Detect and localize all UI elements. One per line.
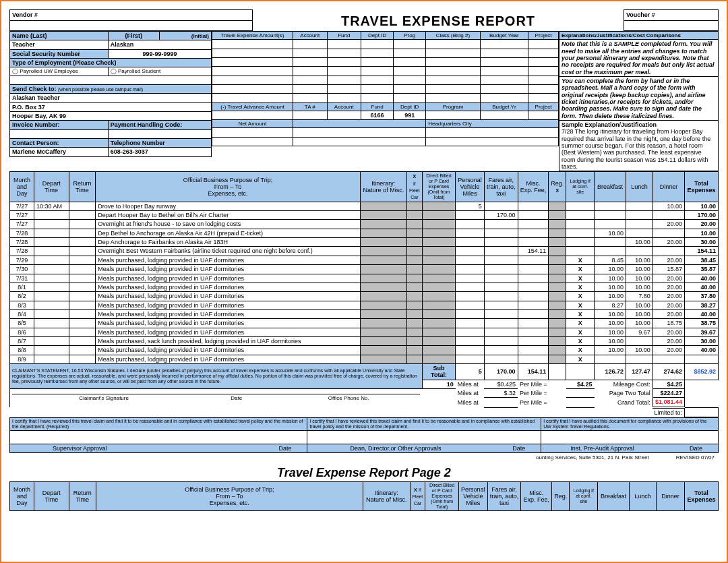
instructions-note: You can complete the form by hand or in … xyxy=(559,76,719,120)
hdr-reg: Reg. xyxy=(549,172,566,202)
send-line3: Hooper Bay, AK 99 xyxy=(10,111,212,120)
emp-opt-uw[interactable]: ◯ Payrolled UW Employee xyxy=(10,67,109,76)
st-breakfast: 126.72 xyxy=(595,363,626,380)
adv-fund: 6166 xyxy=(361,111,394,119)
st-misc: 154.11 xyxy=(518,363,549,380)
mileage-miles: 10 xyxy=(422,380,456,388)
expense-row: 7/28Dep Bethel to Anchorage on Alaska Ai… xyxy=(10,229,719,237)
col-account: Account xyxy=(293,32,328,40)
name-first: Alaskan xyxy=(108,40,211,49)
claimant-signature-label: Claimant's Signature xyxy=(12,394,195,403)
telephone-number: 608-263-3037 xyxy=(108,148,211,156)
expense-row: 7/28Dep Anchorage to Fairbanks on Alaska… xyxy=(10,238,719,247)
send-check-label: Send Check to: xyxy=(12,86,57,92)
hdr-total: Total Expenses xyxy=(684,172,718,202)
hdr-dinner: Dinner xyxy=(653,172,684,202)
rate-2: $.32 xyxy=(484,388,518,397)
hdr-month-day: Month and Day xyxy=(10,172,34,202)
ssn-value: 999-99-9999 xyxy=(108,49,211,58)
send-line1: Alaskan Teacher xyxy=(10,94,212,102)
sig-dean-label: Dean, Director,or Other Approvals xyxy=(309,445,441,452)
col-budget-yr: Budget Yr xyxy=(480,102,528,111)
subtotal-label: Sub Total: xyxy=(422,363,456,380)
mileage-cost: $4.25 xyxy=(653,380,684,388)
expense-row: 7/28Overnight Best Western Fairbanks (ai… xyxy=(10,247,719,256)
sample-explanation-label: Sample Explanation/Justification xyxy=(562,121,657,128)
claimant-date-label: Date xyxy=(195,394,277,403)
page-two-total-label: Page Two Total xyxy=(595,388,653,397)
telephone-label: Telephone Number xyxy=(108,138,211,147)
expense-row: 7/27Depart Hooper Bay to Bethel on Bill'… xyxy=(10,211,719,220)
sample-note: Note that this is a SAMPLE completed for… xyxy=(559,40,719,77)
expense-row: 8/7Meals purchased, sack lunch provided,… xyxy=(10,336,719,345)
office-phone-label: Office Phone No. xyxy=(277,394,420,403)
vendor-number: Vendor # xyxy=(10,10,253,21)
expense-row: 8/5Meals purchased, lodging provided in … xyxy=(10,319,719,328)
footer-address: ounting Services, Suite 5301, 21 N. Park… xyxy=(536,454,649,461)
ssn-label: Social Security Number xyxy=(10,49,109,58)
hdr-lodging: Lodging if at conf. site xyxy=(566,172,595,202)
exp-amount-label: Travel Expense Amount(s) xyxy=(212,32,293,40)
per-mile-label: Per Mile = xyxy=(518,380,566,388)
name-initial-label: (Initial) xyxy=(159,32,211,40)
col-project: Project xyxy=(528,32,559,40)
footer-revised: REVISED 07/07 xyxy=(676,454,715,461)
expense-row: 8/4Meals purchased, lodging provided in … xyxy=(10,309,719,318)
sig-supervisor-label: Supervisor Approval xyxy=(12,445,107,452)
col-prog: Prog xyxy=(394,32,426,40)
expense-row: 7/30Meals purchased, lodging provided in… xyxy=(10,265,719,274)
expense-grid: Month and Day Depart Time Return Time Of… xyxy=(9,171,719,417)
claimant-statement: CLAIMANT'S STATEMENT, 16.53 Wisconsin St… xyxy=(10,363,423,388)
send-line2: P.O. Box 37 xyxy=(10,102,212,111)
employment-type-label: Type of Employment (Please Check) xyxy=(10,59,212,67)
st-dinner: 274.62 xyxy=(653,363,684,380)
cert-supervisor: I certify that I have reviewed this trav… xyxy=(10,417,307,430)
contact-person: Marlene McCaffery xyxy=(10,148,109,156)
st-total: $852.92 xyxy=(684,363,718,380)
expense-row: 8/2Meals purchased, lodging provided in … xyxy=(10,292,719,301)
expense-row: 8/8Meals purchased, lodging provided in … xyxy=(10,346,719,355)
miles-at-label: Miles at xyxy=(456,380,485,388)
hdr-itinerary: Itinerary: Nature of Misc. xyxy=(360,172,406,202)
st-pv: 5 xyxy=(456,363,485,380)
net-amount-label: Net Amount xyxy=(212,120,293,128)
sample-explanation-text: 7/28 The long itinerary for traveling fr… xyxy=(562,128,710,170)
hdr-fleet: If Fleet Car xyxy=(407,172,423,202)
hdr-vehicle: Personal Vehicle Miles xyxy=(456,172,485,202)
emp-opt-student[interactable]: ◯ Payrolled Student xyxy=(108,67,211,76)
col-ta: TA # xyxy=(293,102,328,111)
st-lunch: 127.47 xyxy=(626,363,653,380)
travel-advance-label: (-) Travel Advance Amount xyxy=(212,102,293,111)
mileage-cost-label: Mileage Cost: xyxy=(595,380,653,388)
limited-to-label: Limited to: xyxy=(626,407,685,417)
hdr-return: Return Time xyxy=(69,172,96,202)
expense-row: 7/2710:30 AMDrove to Hooper Bay runway51… xyxy=(10,202,719,210)
per-mile-value: $4.25 xyxy=(566,380,595,388)
name-last-label: Name (Last) xyxy=(10,32,109,40)
st-fares: 170.00 xyxy=(484,363,518,380)
expense-row: 8/3Meals purchased, lodging provided in … xyxy=(10,301,719,309)
grand-total: $1,081.44 xyxy=(653,398,684,407)
hdr-breakfast: Breakfast xyxy=(595,172,626,202)
cert-audit: I certify that I have audited this docum… xyxy=(541,417,719,430)
expense-row: 7/27Overnight at friend's house - to sav… xyxy=(10,220,719,229)
hdr-lunch: Lunch xyxy=(626,172,653,202)
col-fund: Fund xyxy=(327,32,361,40)
hdr-fares: Fares air, train, auto, taxi xyxy=(484,172,518,202)
expense-row: 8/1Meals purchased, lodging provided in … xyxy=(10,283,719,291)
cert-dean: I certify that I have reviewed this trav… xyxy=(307,417,541,430)
page-title: TRAVEL EXPENSE REPORT xyxy=(255,13,621,29)
expense-row: 7/29Meals purchased, lodging provided in… xyxy=(10,256,719,264)
grand-total-label: Grand Total: xyxy=(595,398,653,407)
expense-row: 7/31Meals purchased, lodging provided in… xyxy=(10,274,719,283)
payment-handling-label: Payment Handling Code: xyxy=(108,121,211,129)
hq-city-label: Headquarters City xyxy=(426,120,559,128)
name-first-label: (First) xyxy=(108,32,159,40)
adv-dept: 991 xyxy=(394,111,426,119)
hdr-purpose: Official Business Purpose of Trip; From … xyxy=(96,172,360,202)
invoice-number-label: Invoice Number: xyxy=(10,121,109,129)
col-deptid: Dept ID xyxy=(361,32,394,40)
page-two-total: $224.27 xyxy=(653,388,684,397)
voucher-number: Voucher # xyxy=(624,10,719,21)
hdr-card: Direct Billed or P Card Expenses (Omit f… xyxy=(422,172,456,202)
